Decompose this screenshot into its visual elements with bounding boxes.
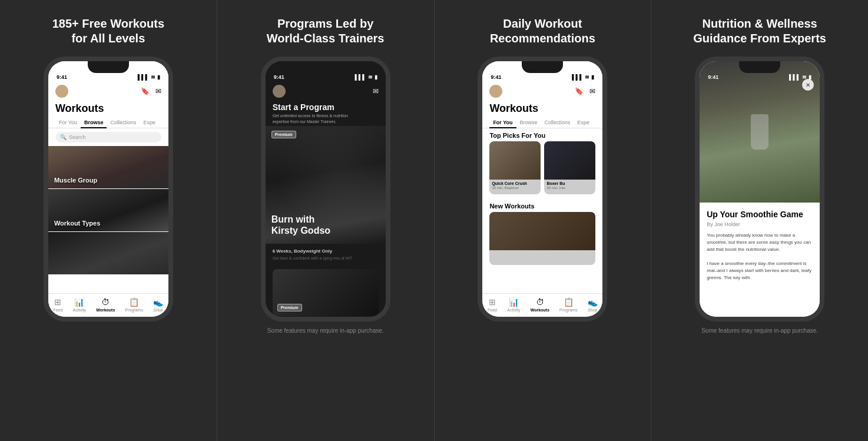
shop-label-1: Shop [154, 308, 163, 312]
tabs-bar-3: For You Browse Collections Expe [482, 117, 602, 128]
feed-label-3: Feed [488, 308, 497, 312]
feed-icon-1: ⊞ [54, 297, 61, 307]
tab-browse-3[interactable]: Browse [516, 117, 541, 128]
bottom-tab-shop-1[interactable]: 👟 Shop [153, 297, 163, 312]
bottom-tab-activity-3[interactable]: 📊 Activity [507, 297, 520, 312]
workout-card-boxer[interactable]: Boxer Bu 30 min, Inte [544, 141, 595, 194]
time-1: 9:41 [57, 74, 67, 80]
start-program-title: Start a Program [273, 102, 379, 112]
status-bar-2: 9:41 ▌▌▌ ≋ ▮ [266, 61, 386, 82]
core-name: Quick Core Crush [492, 181, 538, 186]
tab-collections-3[interactable]: Collections [541, 117, 574, 128]
search-bar-1[interactable]: 🔍 Search [55, 132, 161, 142]
blender-shape [751, 114, 768, 150]
boxer-meta: 30 min, Inte [546, 186, 593, 190]
nav-icons-3: 🔖 ✉ [575, 87, 595, 95]
program-title-area: Burn withKirsty Godso [271, 214, 380, 236]
program-subtitle: 6 Weeks, Bodyweight Only [273, 248, 379, 254]
time-4: 9:41 [708, 74, 718, 80]
bottom-bar-1: ⊞ Feed 📊 Activity ⏱ Workouts 📋 Programs … [48, 293, 168, 317]
bottom-tab-workouts-3[interactable]: ⏱ Workouts [531, 297, 549, 312]
status-bar-1: 9:41 ▌▌▌ ≋ ▮ [48, 61, 168, 82]
panel-programs: Programs Led byWorld-Class Trainers 9:41… [217, 0, 434, 441]
bottom-tab-programs-1[interactable]: 📋 Programs [125, 297, 143, 312]
phone-screen-4: 9:41 ▌▌▌ ≋ ▮ ✕ Up Your Smoothie Game By … [700, 61, 820, 317]
mail-icon-3[interactable]: ✉ [589, 87, 595, 95]
battery-icon: ▮ [157, 74, 160, 80]
new1-img [489, 212, 595, 250]
program-title: Burn withKirsty Godso [271, 214, 380, 236]
workout-card-new1[interactable] [489, 212, 595, 265]
program-meta: 6 Weeks, Bodyweight Only Get lean & conf… [266, 244, 386, 266]
wifi-icon-2: ≋ [368, 74, 373, 80]
core-info: Quick Core Crush 10 min, Beginner [489, 180, 541, 191]
battery-icon-4: ▮ [809, 74, 811, 80]
tab-for-you-3[interactable]: For You [489, 117, 516, 128]
new-workout-cards [482, 212, 602, 265]
tab-explore-3[interactable]: Expe [574, 117, 594, 128]
programs-icon-3: 📋 [564, 297, 574, 307]
bottom-bar-3: ⊞ Feed 📊 Activity ⏱ Workouts 📋 Programs … [482, 293, 602, 317]
program-hero[interactable]: Premium Burn withKirsty Godso [266, 126, 386, 244]
bookmark-icon[interactable]: 🔖 [141, 87, 150, 95]
category-more[interactable] [48, 232, 168, 274]
bottom-tab-programs-3[interactable]: 📋 Programs [559, 297, 577, 312]
program-desc: Get lean & confident with a spicy mix of… [273, 256, 379, 261]
category-muscle[interactable]: Muscle Group [48, 146, 168, 188]
mail-icon-2[interactable]: ✉ [373, 87, 379, 95]
signal-icon-3: ▌▌▌ [572, 74, 583, 80]
panel1-title: 185+ Free Workoutsfor All Levels [52, 16, 164, 46]
section-top-picks: Top Picks For You [482, 128, 602, 141]
category-workout-types[interactable]: Workout Types [48, 189, 168, 231]
intro-section: Start a Program Get unlimited access to … [266, 100, 386, 126]
status-bar-3: 9:41 ▌▌▌ ≋ ▮ [482, 61, 602, 82]
tab-for-you-1[interactable]: For You [55, 117, 81, 128]
workouts-icon-1: ⏱ [101, 297, 110, 307]
panel-nutrition: Nutrition & WellnessGuidance From Expert… [651, 0, 868, 441]
workouts-icon-3: ⏱ [536, 297, 544, 307]
workouts-label-3: Workouts [531, 308, 549, 312]
workout-card-core[interactable]: Quick Core Crush 10 min, Beginner [489, 141, 541, 194]
tab-browse-1[interactable]: Browse [81, 117, 107, 128]
top-nav-2: ✉ [266, 82, 386, 100]
signal-icon-4: ▌▌▌ [789, 74, 800, 80]
workouts-label-1: Workouts [96, 308, 115, 312]
wifi-icon-3: ≋ [585, 74, 589, 80]
workout-label: Workout Types [54, 220, 100, 227]
bottom-tab-feed-1[interactable]: ⊞ Feed [54, 297, 63, 312]
spacer-3 [482, 265, 602, 293]
boxer-info: Boxer Bu 30 min, Inte [544, 180, 595, 191]
tab-collections-1[interactable]: Collections [107, 117, 140, 128]
panel3-title: Daily WorkoutRecommendations [490, 16, 595, 46]
bottom-tab-feed-3[interactable]: ⊞ Feed [488, 297, 497, 312]
footnote-4: Some features may require in-app purchas… [701, 327, 818, 334]
tab-explore-1[interactable]: Expe [140, 117, 159, 128]
status-icons-2: ▌▌▌ ≋ ▮ [355, 74, 377, 80]
feed-icon-3: ⊞ [489, 297, 496, 307]
athlete-bg [48, 232, 168, 274]
screen-content-1: Muscle Group Workout Types [48, 146, 168, 293]
core-meta: 10 min, Beginner [492, 186, 538, 190]
activity-label-3: Activity [507, 308, 520, 312]
muscle-label: Muscle Group [54, 177, 97, 184]
phone-screen-2: 9:41 ▌▌▌ ≋ ▮ ✉ Start a Program Get unlim… [266, 61, 386, 317]
program-card-2[interactable]: Premium [273, 269, 379, 316]
battery-icon-2: ▮ [375, 74, 377, 80]
bottom-tab-activity-1[interactable]: 📊 Activity [73, 297, 86, 312]
bottom-tab-workouts-1[interactable]: ⏱ Workouts [96, 297, 115, 312]
article-hero-img: 9:41 ▌▌▌ ≋ ▮ ✕ [700, 61, 820, 203]
top-nav-3: 🔖 ✉ [482, 82, 602, 100]
bottom-tab-shop-3[interactable]: 👟 Shop [588, 297, 598, 312]
panel2-title: Programs Led byWorld-Class Trainers [267, 16, 385, 46]
core-img [489, 141, 541, 180]
time-2: 9:41 [274, 74, 284, 80]
screen-title-1: Workouts [48, 100, 168, 117]
status-bar-4: 9:41 ▌▌▌ ≋ ▮ [700, 61, 820, 82]
wifi-icon: ≋ [151, 74, 155, 80]
signal-icon: ▌▌▌ [138, 74, 149, 80]
activity-icon-1: 📊 [74, 297, 84, 307]
search-placeholder-1: Search [69, 134, 86, 140]
bookmark-icon-3[interactable]: 🔖 [575, 87, 584, 95]
boxer-name: Boxer Bu [546, 181, 593, 186]
mail-icon[interactable]: ✉ [155, 87, 161, 95]
